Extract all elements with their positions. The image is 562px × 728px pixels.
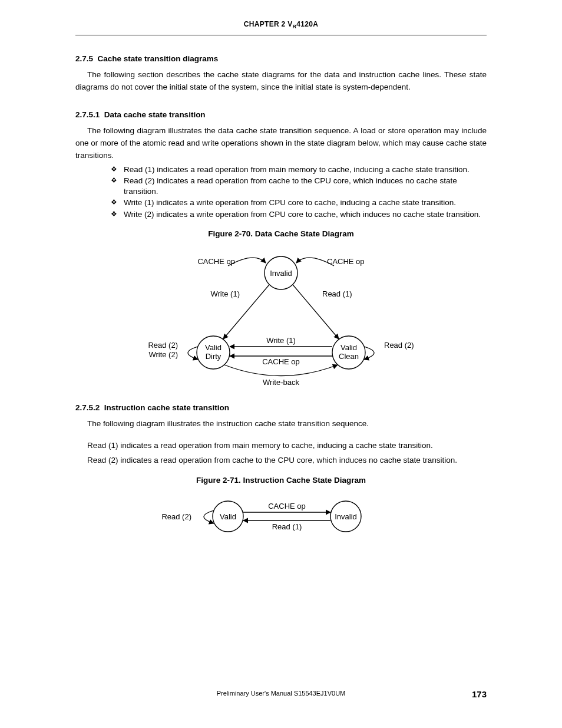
page-number: 173: [472, 687, 487, 701]
svg-text:CACHE op: CACHE op: [268, 502, 306, 510]
footer-text: Preliminary User's Manual S15543EJ1V0UM: [217, 690, 346, 697]
svg-text:Write (2): Write (2): [148, 350, 178, 359]
figure-71: Valid Invalid CACHE op Read (1) Read (2): [157, 493, 405, 540]
figure-70-title: Figure 2-70. Data Cache State Diagram: [75, 228, 487, 241]
footer: Preliminary User's Manual S15543EJ1V0UM …: [75, 689, 487, 699]
para-2751: The following diagram illustrates the da…: [75, 125, 487, 162]
list-item: Write (2) indicates a write operation fr…: [111, 209, 487, 220]
svg-text:Read (1): Read (1): [322, 289, 352, 298]
page-body: CHAPTER 2 VR4120A 2.7.5 Cache state tran…: [75, 19, 487, 540]
svg-text:Read (2): Read (2): [384, 341, 414, 350]
heading-2752: 2.7.5.2 Instruction cache state transiti…: [75, 402, 487, 414]
svg-text:CACHE op: CACHE op: [262, 357, 300, 366]
state-valid: Valid: [220, 512, 236, 521]
para-2752: The following diagram illustrates the in…: [75, 418, 487, 430]
figure-70: Invalid Valid Dirty Valid Clean CACHE op…: [146, 246, 416, 388]
svg-text:Read (1): Read (1): [272, 522, 302, 531]
list-item: Write (1) indicates a write operation fr…: [111, 197, 487, 208]
figure-71-title: Figure 2-71. Instruction Cache State Dia…: [75, 475, 487, 487]
bullet-list: Read (1) indicates a read operation from…: [111, 164, 487, 220]
state-valid-dirty-1: Valid: [205, 343, 222, 352]
heading-275: 2.7.5 Cache state transition diagrams: [75, 53, 487, 65]
list-item: Read (1) indicates a read operation from…: [111, 164, 487, 175]
para-2752-r2: Read (2) indicates a read operation from…: [75, 454, 487, 467]
state-invalid: Invalid: [270, 269, 292, 278]
heading-2751: 2.7.5.1 Data cache state transition: [75, 109, 487, 121]
svg-text:CACHE op: CACHE op: [327, 257, 365, 266]
para-275: The following section describes the cach…: [75, 69, 487, 94]
svg-text:Write (1): Write (1): [210, 289, 240, 298]
svg-text:Write-back: Write-back: [263, 378, 299, 387]
state-invalid: Invalid: [335, 512, 357, 521]
svg-text:Write (1): Write (1): [266, 336, 296, 345]
svg-text:Read (2): Read (2): [148, 341, 178, 350]
svg-text:CACHE op: CACHE op: [197, 257, 235, 266]
state-valid-dirty-2: Dirty: [206, 352, 222, 361]
chapter-label: CHAPTER 2 V: [244, 20, 293, 28]
state-valid-clean-2: Clean: [339, 352, 359, 361]
chapter-tail: 4120A: [296, 20, 318, 28]
list-item: Read (2) indicates a read operation from…: [111, 176, 487, 197]
running-header: CHAPTER 2 VR4120A: [75, 19, 487, 35]
state-valid-clean-1: Valid: [340, 343, 357, 352]
para-2752-r1: Read (1) indicates a read operation from…: [75, 440, 487, 452]
svg-text:Read (2): Read (2): [161, 512, 191, 521]
